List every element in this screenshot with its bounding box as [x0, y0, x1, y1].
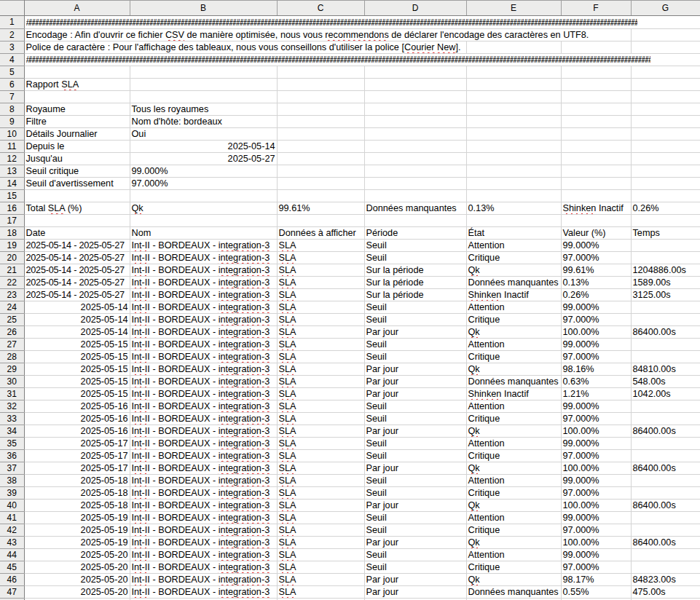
cell-B14[interactable]: 97.000%	[130, 178, 277, 190]
cell-G12[interactable]	[631, 153, 700, 165]
cell-F21[interactable]: 99.61%	[561, 264, 631, 277]
cell-F12[interactable]	[561, 153, 631, 165]
row-header-13[interactable]: 13	[0, 165, 24, 178]
cell-G21[interactable]: 1204886.00s	[631, 264, 700, 277]
cell-D5[interactable]	[364, 66, 466, 79]
cell-A19[interactable]: 2025-05-14 - 2025-05-27	[24, 240, 130, 252]
cell-G42[interactable]	[631, 524, 700, 537]
cell-F5[interactable]	[561, 66, 631, 79]
cell-A1[interactable]: ########################################…	[24, 16, 700, 29]
cell-B43[interactable]: Int-II - BORDEAUX - integration-3	[130, 537, 277, 549]
cell-B25[interactable]: Int-II - BORDEAUX - integration-3	[130, 314, 277, 326]
cell-A4[interactable]: ########################################…	[24, 53, 700, 66]
cell-G47[interactable]: 475.00s	[631, 586, 700, 599]
cell-E19[interactable]: Attention	[466, 240, 561, 252]
cell-C34[interactable]: SLA	[277, 425, 364, 438]
cell-G40[interactable]: 86400.00s	[631, 500, 700, 512]
cell-G20[interactable]	[631, 252, 700, 264]
cell-F6[interactable]	[561, 79, 631, 91]
cell-E40[interactable]: Qk	[466, 500, 561, 512]
cell-A3[interactable]: Police de caractère : Pour l'affichage d…	[24, 41, 466, 53]
cell-E18[interactable]: État	[466, 227, 561, 240]
cell-D19[interactable]: Seuil	[364, 240, 466, 252]
cell-A24[interactable]: 2025-05-14	[24, 301, 130, 314]
cell-D36[interactable]: Seuil	[364, 450, 466, 462]
row-header-6[interactable]: 6	[0, 79, 24, 91]
cell-A13[interactable]: Seuil critique	[24, 165, 130, 178]
cell-C18[interactable]: Données à afficher	[277, 227, 364, 240]
cell-D21[interactable]: Sur la période	[364, 264, 466, 277]
cell-A32[interactable]: 2025-05-16	[24, 400, 130, 413]
cell-E38[interactable]: Attention	[466, 475, 561, 487]
cell-B18[interactable]: Nom	[130, 227, 277, 240]
row-header-32[interactable]: 32	[0, 400, 24, 413]
cell-F11[interactable]	[561, 141, 631, 153]
cell-F8[interactable]	[561, 103, 631, 116]
cell-A36[interactable]: 2025-05-17	[24, 450, 130, 462]
cell-F25[interactable]: 97.000%	[561, 314, 631, 326]
cell-B21[interactable]: Int-II - BORDEAUX - integration-3	[130, 264, 277, 277]
cell-D42[interactable]: Seuil	[364, 524, 466, 537]
cell-G43[interactable]: 86400.00s	[631, 537, 700, 549]
cell-G37[interactable]: 86400.00s	[631, 462, 700, 475]
cell-D46[interactable]: Par jour	[364, 574, 466, 586]
cell-E9[interactable]	[466, 116, 561, 128]
cell-C30[interactable]: SLA	[277, 376, 364, 388]
cell-G16[interactable]: 0.26%	[631, 202, 700, 215]
cell-E47[interactable]: Données manquantes	[466, 586, 561, 599]
cell-B38[interactable]: Int-II - BORDEAUX - integration-3	[130, 475, 277, 487]
cell-B33[interactable]: Int-II - BORDEAUX - integration-3	[130, 413, 277, 425]
cell-B16[interactable]: Qk	[130, 202, 277, 215]
row-header-7[interactable]: 7	[0, 91, 24, 103]
cell-E17[interactable]	[466, 215, 561, 227]
cell-E29[interactable]: Qk	[466, 363, 561, 376]
cell-B15[interactable]	[130, 190, 277, 202]
cell-G35[interactable]	[631, 438, 700, 450]
cell-C41[interactable]: SLA	[277, 512, 364, 524]
cell-G31[interactable]: 1042.00s	[631, 388, 700, 400]
cell-A45[interactable]: 2025-05-20	[24, 561, 130, 574]
cell-D47[interactable]: Par jour	[364, 586, 466, 599]
cell-B7[interactable]	[130, 91, 277, 103]
cell-C9[interactable]	[277, 116, 364, 128]
cell-F10[interactable]	[561, 128, 631, 141]
cell-A21[interactable]: 2025-05-14 - 2025-05-27	[24, 264, 130, 277]
cell-G3[interactable]	[631, 41, 700, 53]
cell-G32[interactable]	[631, 400, 700, 413]
cell-E32[interactable]: Attention	[466, 400, 561, 413]
cell-B35[interactable]: Int-II - BORDEAUX - integration-3	[130, 438, 277, 450]
cell-A46[interactable]: 2025-05-20	[24, 574, 130, 586]
row-header-22[interactable]: 22	[0, 277, 24, 289]
cell-A41[interactable]: 2025-05-19	[24, 512, 130, 524]
cell-F3[interactable]	[561, 41, 631, 53]
cell-G25[interactable]	[631, 314, 700, 326]
cell-G19[interactable]	[631, 240, 700, 252]
cell-F17[interactable]	[561, 215, 631, 227]
cell-C32[interactable]: SLA	[277, 400, 364, 413]
cell-B5[interactable]	[130, 66, 277, 79]
cell-E16[interactable]: 0.13%	[466, 202, 561, 215]
row-header-37[interactable]: 37	[0, 462, 24, 475]
cell-F45[interactable]: 97.000%	[561, 561, 631, 574]
cell-B34[interactable]: Int-II - BORDEAUX - integration-3	[130, 425, 277, 438]
cell-D18[interactable]: Période	[364, 227, 466, 240]
cell-D11[interactable]	[364, 141, 466, 153]
cell-C42[interactable]: SLA	[277, 524, 364, 537]
cell-A44[interactable]: 2025-05-20	[24, 549, 130, 561]
cell-G26[interactable]: 86400.00s	[631, 326, 700, 339]
cell-C16[interactable]: 99.61%	[277, 202, 364, 215]
row-header-47[interactable]: 47	[0, 586, 24, 599]
cell-D24[interactable]: Seuil	[364, 301, 466, 314]
row-header-43[interactable]: 43	[0, 537, 24, 549]
cell-B40[interactable]: Int-II - BORDEAUX - integration-3	[130, 500, 277, 512]
cell-F34[interactable]: 100.00%	[561, 425, 631, 438]
cell-E33[interactable]: Critique	[466, 413, 561, 425]
row-header-34[interactable]: 34	[0, 425, 24, 438]
cell-E15[interactable]	[466, 190, 561, 202]
cell-B9[interactable]: Nom d'hôte: bordeaux	[130, 116, 277, 128]
row-header-36[interactable]: 36	[0, 450, 24, 462]
cell-E27[interactable]: Attention	[466, 339, 561, 351]
cell-G6[interactable]	[631, 79, 700, 91]
cell-F31[interactable]: 1.21%	[561, 388, 631, 400]
cell-C14[interactable]	[277, 178, 364, 190]
